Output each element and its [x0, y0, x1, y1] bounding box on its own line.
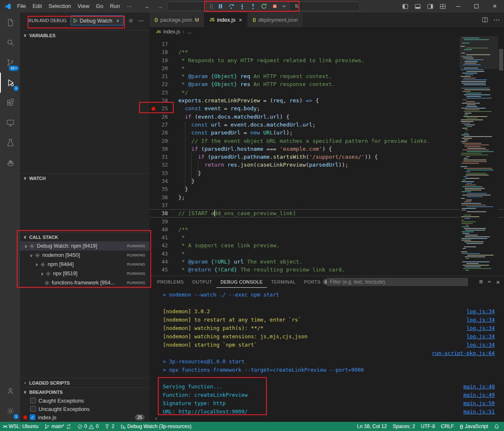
- customize-layout-icon[interactable]: [436, 0, 449, 13]
- open-launch-json-gear-icon[interactable]: [128, 18, 134, 24]
- code-text[interactable]: * A support case link preview.: [178, 241, 280, 249]
- breakpoint-gutter[interactable]: [149, 80, 157, 88]
- breakpoint-gutter[interactable]: [149, 48, 157, 56]
- menu-run[interactable]: Run: [106, 0, 123, 13]
- restart-button[interactable]: [258, 2, 269, 11]
- code-text[interactable]: *: [178, 64, 185, 72]
- code-text[interactable]: // [START add_ons_case_preview_link]: [178, 209, 296, 217]
- nav-forward-icon[interactable]: →: [157, 3, 163, 10]
- debug-toolbar-chevron-icon[interactable]: [280, 2, 288, 11]
- window-close-button[interactable]: ×: [486, 0, 504, 13]
- forwarded-ports-status[interactable]: 2: [101, 422, 117, 431]
- breakpoint-gutter[interactable]: [149, 258, 157, 266]
- source-location-link[interactable]: run-script-pkg.js:64: [432, 350, 495, 356]
- tab-package-json[interactable]: {} package.json M: [149, 13, 204, 27]
- call-stack-session[interactable]: ∨nodemon [9450]RUNNING: [20, 251, 149, 260]
- source-location-link[interactable]: log.js:34: [466, 325, 495, 331]
- problems-status[interactable]: 0 0: [74, 422, 101, 431]
- debug-session-status[interactable]: Debug Watch (3p-resources): [117, 422, 195, 431]
- launch-config-dropdown[interactable]: Debug Watch ∨: [71, 15, 124, 25]
- activity-remote-explorer-icon[interactable]: [0, 113, 20, 133]
- breakpoint-gutter[interactable]: [149, 89, 157, 96]
- remote-indicator[interactable]: >< WSL: Ubuntu: [0, 422, 41, 431]
- toggle-sidebar-icon[interactable]: [399, 0, 411, 13]
- code-text[interactable]: // If the event object URL matches a spe…: [178, 137, 430, 145]
- code-text[interactable]: *: [178, 233, 185, 241]
- code-text[interactable]: exports.createLinkPreview = (req, res) =…: [178, 96, 319, 104]
- git-branch-status[interactable]: main*: [41, 422, 74, 431]
- pause-button[interactable]: [215, 2, 225, 11]
- activity-extensions-icon[interactable]: [0, 93, 20, 113]
- panel-tab-terminal[interactable]: TERMINAL: [267, 276, 300, 288]
- minimap-slider[interactable]: [460, 36, 498, 69]
- activity-explorer-icon[interactable]: [0, 13, 20, 33]
- menu-file[interactable]: File: [14, 0, 29, 13]
- breakpoint-dot[interactable]: [149, 104, 157, 112]
- maximize-button[interactable]: [467, 0, 486, 13]
- code-text[interactable]: }: [178, 185, 188, 193]
- section-header-variables[interactable]: ∨ VARIABLES: [20, 30, 149, 40]
- chevron-down-icon[interactable]: ∨: [28, 253, 35, 258]
- chevron-down-icon[interactable]: ∨: [39, 271, 46, 276]
- breakpoint-gutter[interactable]: [149, 129, 157, 137]
- breakpoint-row[interactable]: ✓index.js25: [20, 413, 149, 421]
- breakpoint-row[interactable]: Caught Exceptions: [20, 396, 149, 405]
- breakpoint-checkbox[interactable]: [30, 406, 36, 412]
- breakpoint-gutter[interactable]: [149, 113, 157, 121]
- breakpoint-gutter[interactable]: [149, 177, 157, 185]
- step-out-button[interactable]: [248, 2, 258, 11]
- account-icon[interactable]: [0, 381, 20, 401]
- drag-grip-icon[interactable]: [208, 2, 215, 11]
- code-text[interactable]: }: [178, 177, 195, 185]
- console-input-chevron-icon[interactable]: ›: [154, 415, 158, 421]
- breakpoint-gutter[interactable]: [149, 161, 157, 169]
- code-text[interactable]: if (event.docs.matchedUrl.url) {: [178, 113, 289, 121]
- toggle-secondary-sidebar-icon[interactable]: [424, 0, 436, 13]
- section-header-breakpoints[interactable]: ∨ BREAKPOINTS: [20, 387, 149, 396]
- code-text[interactable]: *: [178, 250, 185, 258]
- breakpoint-gutter[interactable]: [149, 241, 157, 249]
- maximize-panel-chevron-icon[interactable]: [487, 279, 492, 284]
- breakpoint-gutter[interactable]: [149, 233, 157, 241]
- minimize-button[interactable]: [449, 0, 467, 13]
- breakpoint-gutter[interactable]: [149, 145, 157, 153]
- breakpoint-gutter[interactable]: [149, 153, 157, 161]
- menu-edit[interactable]: Edit: [29, 0, 45, 13]
- source-location-link[interactable]: log.js:34: [466, 333, 495, 340]
- indentation-status[interactable]: Spaces: 2: [390, 422, 418, 431]
- breakpoint-gutter[interactable]: [149, 137, 157, 145]
- code-text[interactable]: * @param {Object} res An HTTP response c…: [178, 80, 335, 88]
- menu-overflow-icon[interactable]: ···: [123, 0, 135, 13]
- code-text[interactable]: const event = req.body;: [178, 104, 260, 112]
- code-text[interactable]: };: [178, 193, 185, 201]
- breakpoint-gutter[interactable]: [149, 193, 157, 201]
- breakpoint-gutter[interactable]: [149, 121, 157, 129]
- code-text[interactable]: return res.json(caseLinkPreview(parsedUr…: [178, 161, 348, 169]
- breakpoint-gutter[interactable]: [149, 72, 157, 80]
- code-text[interactable]: * @param {!URL} url The event object.: [178, 258, 302, 266]
- minimap[interactable]: [460, 36, 498, 276]
- activity-source-control-icon[interactable]: 1K+: [0, 53, 20, 73]
- breakpoint-gutter[interactable]: [149, 40, 157, 48]
- code-text[interactable]: /**: [178, 226, 188, 233]
- breakpoint-gutter[interactable]: [149, 226, 157, 233]
- nav-back-icon[interactable]: ←: [144, 3, 150, 10]
- menu-view[interactable]: View: [74, 0, 93, 13]
- close-tab-icon[interactable]: ×: [239, 17, 242, 23]
- menu-go[interactable]: Go: [93, 0, 106, 13]
- filter-lines-icon[interactable]: ≡: [479, 278, 483, 286]
- tab-deployment-json[interactable]: {} deployment.json: [248, 13, 303, 27]
- breakpoint-gutter[interactable]: [149, 266, 157, 274]
- encoding-status[interactable]: UTF-8: [418, 422, 438, 431]
- close-panel-icon[interactable]: ×: [496, 279, 500, 286]
- breakpoint-gutter[interactable]: [149, 185, 157, 193]
- source-location-link[interactable]: log.js:34: [466, 342, 495, 348]
- breakpoint-checkbox[interactable]: [30, 398, 36, 403]
- call-stack-session[interactable]: ∨npx [9519]RUNNING: [20, 269, 149, 278]
- code-text[interactable]: /**: [178, 48, 188, 56]
- call-stack-session[interactable]: ∨Debug Watch: npm [9419]RUNNING: [20, 241, 149, 251]
- tab-index-js[interactable]: JS index.js ×: [204, 13, 248, 27]
- start-debugging-icon[interactable]: [73, 18, 78, 23]
- source-location-link[interactable]: log.js:34: [466, 317, 495, 323]
- cursor-position-status[interactable]: Ln 38, Col 12: [354, 422, 390, 431]
